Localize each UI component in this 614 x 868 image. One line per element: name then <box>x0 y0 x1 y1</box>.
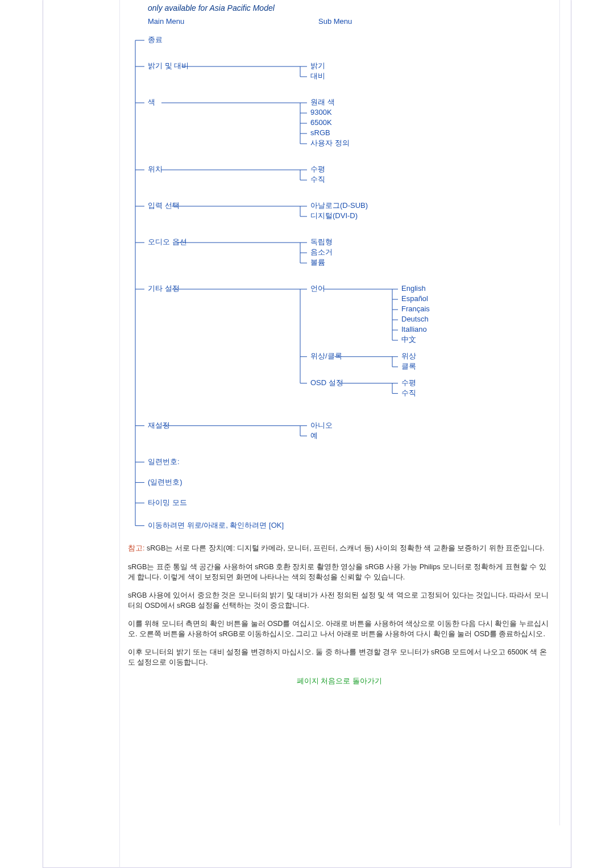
menu-sub-2-2: 6500K <box>310 118 332 127</box>
menu-main-10: 타이밍 모드 <box>148 498 187 507</box>
menu-sub-1-0: 밝기 <box>310 61 325 70</box>
srgb-paragraph-4: 이를 위해 모니터 측면의 확인 버튼을 눌러 OSD를 여십시오. 아래로 버… <box>128 619 551 639</box>
menu-sub2-6-0-5: 中文 <box>401 335 416 344</box>
menu-sub-4-0: 아날로그(D-SUB) <box>310 201 368 210</box>
menu-sub-4-1: 디지털(DVI-D) <box>310 211 358 220</box>
menu-main-9: (일련번호) <box>148 478 182 486</box>
srgb-note-paragraph: 참고: sRGB는 서로 다른 장치(예: 디지털 카메라, 모니터, 프린터,… <box>128 543 551 553</box>
menu-sub2-6-0-4: Italliano <box>401 325 427 333</box>
menu-sub-2-3: sRGB <box>310 128 330 137</box>
menu-sub-6-0: 언어 <box>310 284 325 293</box>
menu-sub-3-1: 수직 <box>310 175 325 183</box>
menu-sub-3-0: 수평 <box>310 165 325 173</box>
srgb-description: 참고: sRGB는 서로 다른 장치(예: 디지털 카메라, 모니터, 프린터,… <box>128 543 551 686</box>
back-to-top-link[interactable]: 페이지 처음으로 돌아가기 <box>128 676 551 686</box>
column-headers: Main Menu Sub Menu <box>148 17 559 26</box>
menu-sub2-6-0-0: English <box>401 284 426 293</box>
model-availability-note: only available for Asia Pacific Model <box>148 3 559 12</box>
menu-sub-1-1: 대비 <box>310 72 325 80</box>
menu-sub-2-4: 사용자 정의 <box>310 139 350 147</box>
main-menu-header: Main Menu <box>148 17 318 26</box>
menu-sub2-6-1-1: 클록 <box>401 362 416 370</box>
menu-sub2-6-0-2: Français <box>401 304 430 313</box>
menu-sub-7-0: 아니오 <box>310 421 333 429</box>
sub-menu-header: Sub Menu <box>318 17 432 26</box>
menu-main-5: 오디오 옵션 <box>148 237 187 246</box>
menu-main-1: 밝기 및 대비 <box>148 61 189 70</box>
menu-main-0: 종료 <box>148 35 163 44</box>
menu-main-6: 기타 설정 <box>148 284 180 293</box>
menu-sub2-6-1-0: 위상 <box>401 352 416 360</box>
menu-main-2: 색 <box>148 98 155 106</box>
osd-menu-tree: 종료밝기 및 대비밝기대비색원래 색9300K6500KsRGB사용자 정의위치… <box>131 30 559 536</box>
menu-sub-5-0: 독립형 <box>310 237 333 246</box>
srgb-paragraph-3: sRGB 사용에 있어서 중요한 것은 모니터의 밝기 및 대비가 사전 정의된… <box>128 590 551 611</box>
menu-sub2-6-2-1: 수직 <box>401 389 416 397</box>
menu-sub-6-1: 위상/클록 <box>310 352 342 360</box>
menu-sub-5-2: 볼륨 <box>310 258 325 266</box>
srgb-paragraph-5: 이후 모니터의 밝기 또는 대비 설정을 변경하지 마십시오. 둘 중 하나를 … <box>128 647 551 667</box>
menu-navigation-instruction: 이동하려면 위로/아래로, 확인하려면 [OK] <box>148 521 284 529</box>
reference-label: 참고: <box>128 544 144 552</box>
menu-main-3: 위치 <box>148 165 163 173</box>
menu-sub-6-2: OSD 설정 <box>310 378 343 387</box>
menu-main-4: 입력 선택 <box>148 201 180 210</box>
menu-main-8: 일련번호: <box>148 457 180 466</box>
menu-sub-5-1: 음소거 <box>310 248 333 256</box>
menu-main-7: 재설정 <box>148 421 170 429</box>
menu-sub2-6-0-1: Español <box>401 294 428 303</box>
menu-sub-7-1: 예 <box>310 431 318 440</box>
srgb-paragraph-2: sRGB는 표준 통일 색 공간을 사용하여 sRGB 호환 장치로 촬영한 영… <box>128 562 551 582</box>
menu-sub2-6-0-3: Deutsch <box>401 315 429 323</box>
menu-sub2-6-2-0: 수평 <box>401 378 416 387</box>
menu-sub-2-0: 원래 색 <box>310 98 335 106</box>
srgb-note-text: sRGB는 서로 다른 장치(예: 디지털 카메라, 모니터, 프린터, 스캐너… <box>144 544 544 552</box>
menu-sub-2-1: 9300K <box>310 108 332 116</box>
